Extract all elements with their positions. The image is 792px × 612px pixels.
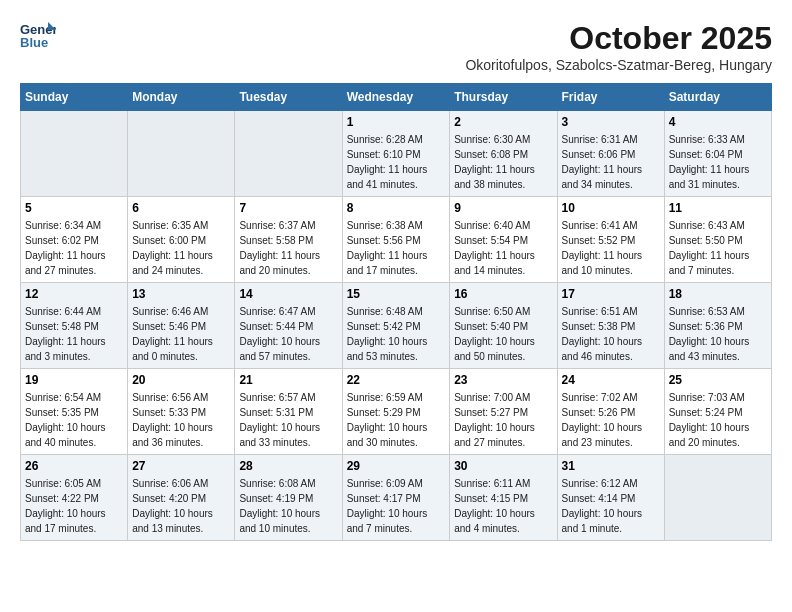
calendar-cell: 13Sunrise: 6:46 AM Sunset: 5:46 PM Dayli… bbox=[128, 283, 235, 369]
week-row: 19Sunrise: 6:54 AM Sunset: 5:35 PM Dayli… bbox=[21, 369, 772, 455]
day-number: 13 bbox=[132, 287, 230, 301]
calendar-cell: 10Sunrise: 6:41 AM Sunset: 5:52 PM Dayli… bbox=[557, 197, 664, 283]
calendar-cell: 5Sunrise: 6:34 AM Sunset: 6:02 PM Daylig… bbox=[21, 197, 128, 283]
calendar-cell: 21Sunrise: 6:57 AM Sunset: 5:31 PM Dayli… bbox=[235, 369, 342, 455]
calendar-cell bbox=[128, 111, 235, 197]
day-number: 26 bbox=[25, 459, 123, 473]
calendar-cell: 22Sunrise: 6:59 AM Sunset: 5:29 PM Dayli… bbox=[342, 369, 450, 455]
day-detail: Sunrise: 6:53 AM Sunset: 5:36 PM Dayligh… bbox=[669, 304, 767, 364]
day-number: 23 bbox=[454, 373, 552, 387]
day-number: 8 bbox=[347, 201, 446, 215]
day-detail: Sunrise: 7:00 AM Sunset: 5:27 PM Dayligh… bbox=[454, 390, 552, 450]
calendar-cell: 31Sunrise: 6:12 AM Sunset: 4:14 PM Dayli… bbox=[557, 455, 664, 541]
day-number: 16 bbox=[454, 287, 552, 301]
day-number: 14 bbox=[239, 287, 337, 301]
calendar-cell bbox=[235, 111, 342, 197]
day-detail: Sunrise: 6:56 AM Sunset: 5:33 PM Dayligh… bbox=[132, 390, 230, 450]
day-detail: Sunrise: 6:31 AM Sunset: 6:06 PM Dayligh… bbox=[562, 132, 660, 192]
day-detail: Sunrise: 6:09 AM Sunset: 4:17 PM Dayligh… bbox=[347, 476, 446, 536]
day-number: 5 bbox=[25, 201, 123, 215]
calendar-cell: 24Sunrise: 7:02 AM Sunset: 5:26 PM Dayli… bbox=[557, 369, 664, 455]
calendar-cell: 4Sunrise: 6:33 AM Sunset: 6:04 PM Daylig… bbox=[664, 111, 771, 197]
day-number: 27 bbox=[132, 459, 230, 473]
calendar-cell: 1Sunrise: 6:28 AM Sunset: 6:10 PM Daylig… bbox=[342, 111, 450, 197]
day-detail: Sunrise: 6:06 AM Sunset: 4:20 PM Dayligh… bbox=[132, 476, 230, 536]
calendar-cell: 26Sunrise: 6:05 AM Sunset: 4:22 PM Dayli… bbox=[21, 455, 128, 541]
calendar-cell: 3Sunrise: 6:31 AM Sunset: 6:06 PM Daylig… bbox=[557, 111, 664, 197]
day-number: 1 bbox=[347, 115, 446, 129]
page-header: General Blue October 2025 Okoritofulpos,… bbox=[20, 20, 772, 73]
day-detail: Sunrise: 6:43 AM Sunset: 5:50 PM Dayligh… bbox=[669, 218, 767, 278]
week-row: 12Sunrise: 6:44 AM Sunset: 5:48 PM Dayli… bbox=[21, 283, 772, 369]
day-detail: Sunrise: 6:54 AM Sunset: 5:35 PM Dayligh… bbox=[25, 390, 123, 450]
weekday-header: Saturday bbox=[664, 84, 771, 111]
calendar-table: SundayMondayTuesdayWednesdayThursdayFrid… bbox=[20, 83, 772, 541]
logo-icon: General Blue bbox=[20, 20, 56, 50]
day-detail: Sunrise: 6:51 AM Sunset: 5:38 PM Dayligh… bbox=[562, 304, 660, 364]
calendar-cell: 27Sunrise: 6:06 AM Sunset: 4:20 PM Dayli… bbox=[128, 455, 235, 541]
day-number: 17 bbox=[562, 287, 660, 301]
calendar-cell: 19Sunrise: 6:54 AM Sunset: 5:35 PM Dayli… bbox=[21, 369, 128, 455]
calendar-cell: 18Sunrise: 6:53 AM Sunset: 5:36 PM Dayli… bbox=[664, 283, 771, 369]
day-detail: Sunrise: 6:38 AM Sunset: 5:56 PM Dayligh… bbox=[347, 218, 446, 278]
day-detail: Sunrise: 6:08 AM Sunset: 4:19 PM Dayligh… bbox=[239, 476, 337, 536]
calendar-cell: 2Sunrise: 6:30 AM Sunset: 6:08 PM Daylig… bbox=[450, 111, 557, 197]
calendar-cell: 17Sunrise: 6:51 AM Sunset: 5:38 PM Dayli… bbox=[557, 283, 664, 369]
day-detail: Sunrise: 6:37 AM Sunset: 5:58 PM Dayligh… bbox=[239, 218, 337, 278]
calendar-cell: 8Sunrise: 6:38 AM Sunset: 5:56 PM Daylig… bbox=[342, 197, 450, 283]
day-detail: Sunrise: 6:28 AM Sunset: 6:10 PM Dayligh… bbox=[347, 132, 446, 192]
day-number: 6 bbox=[132, 201, 230, 215]
day-detail: Sunrise: 6:33 AM Sunset: 6:04 PM Dayligh… bbox=[669, 132, 767, 192]
day-number: 3 bbox=[562, 115, 660, 129]
logo: General Blue bbox=[20, 20, 56, 50]
day-detail: Sunrise: 6:34 AM Sunset: 6:02 PM Dayligh… bbox=[25, 218, 123, 278]
calendar-cell: 30Sunrise: 6:11 AM Sunset: 4:15 PM Dayli… bbox=[450, 455, 557, 541]
location-subtitle: Okoritofulpos, Szabolcs-Szatmar-Bereg, H… bbox=[465, 57, 772, 73]
day-detail: Sunrise: 6:50 AM Sunset: 5:40 PM Dayligh… bbox=[454, 304, 552, 364]
calendar-cell: 23Sunrise: 7:00 AM Sunset: 5:27 PM Dayli… bbox=[450, 369, 557, 455]
day-detail: Sunrise: 6:44 AM Sunset: 5:48 PM Dayligh… bbox=[25, 304, 123, 364]
day-number: 15 bbox=[347, 287, 446, 301]
calendar-cell: 16Sunrise: 6:50 AM Sunset: 5:40 PM Dayli… bbox=[450, 283, 557, 369]
day-number: 10 bbox=[562, 201, 660, 215]
day-detail: Sunrise: 6:12 AM Sunset: 4:14 PM Dayligh… bbox=[562, 476, 660, 536]
day-detail: Sunrise: 6:48 AM Sunset: 5:42 PM Dayligh… bbox=[347, 304, 446, 364]
calendar-cell: 7Sunrise: 6:37 AM Sunset: 5:58 PM Daylig… bbox=[235, 197, 342, 283]
day-number: 28 bbox=[239, 459, 337, 473]
calendar-cell: 6Sunrise: 6:35 AM Sunset: 6:00 PM Daylig… bbox=[128, 197, 235, 283]
calendar-cell: 11Sunrise: 6:43 AM Sunset: 5:50 PM Dayli… bbox=[664, 197, 771, 283]
calendar-cell bbox=[21, 111, 128, 197]
day-detail: Sunrise: 7:02 AM Sunset: 5:26 PM Dayligh… bbox=[562, 390, 660, 450]
day-number: 12 bbox=[25, 287, 123, 301]
calendar-cell: 9Sunrise: 6:40 AM Sunset: 5:54 PM Daylig… bbox=[450, 197, 557, 283]
calendar-cell: 12Sunrise: 6:44 AM Sunset: 5:48 PM Dayli… bbox=[21, 283, 128, 369]
calendar-cell: 25Sunrise: 7:03 AM Sunset: 5:24 PM Dayli… bbox=[664, 369, 771, 455]
title-block: October 2025 Okoritofulpos, Szabolcs-Sza… bbox=[465, 20, 772, 73]
day-number: 20 bbox=[132, 373, 230, 387]
day-detail: Sunrise: 6:30 AM Sunset: 6:08 PM Dayligh… bbox=[454, 132, 552, 192]
day-number: 11 bbox=[669, 201, 767, 215]
day-number: 31 bbox=[562, 459, 660, 473]
day-detail: Sunrise: 6:59 AM Sunset: 5:29 PM Dayligh… bbox=[347, 390, 446, 450]
week-row: 1Sunrise: 6:28 AM Sunset: 6:10 PM Daylig… bbox=[21, 111, 772, 197]
calendar-cell: 15Sunrise: 6:48 AM Sunset: 5:42 PM Dayli… bbox=[342, 283, 450, 369]
weekday-header: Thursday bbox=[450, 84, 557, 111]
day-detail: Sunrise: 6:46 AM Sunset: 5:46 PM Dayligh… bbox=[132, 304, 230, 364]
day-detail: Sunrise: 6:11 AM Sunset: 4:15 PM Dayligh… bbox=[454, 476, 552, 536]
day-number: 4 bbox=[669, 115, 767, 129]
weekday-header: Friday bbox=[557, 84, 664, 111]
day-detail: Sunrise: 6:05 AM Sunset: 4:22 PM Dayligh… bbox=[25, 476, 123, 536]
weekday-header: Wednesday bbox=[342, 84, 450, 111]
day-number: 24 bbox=[562, 373, 660, 387]
calendar-cell: 29Sunrise: 6:09 AM Sunset: 4:17 PM Dayli… bbox=[342, 455, 450, 541]
calendar-cell: 14Sunrise: 6:47 AM Sunset: 5:44 PM Dayli… bbox=[235, 283, 342, 369]
calendar-cell: 20Sunrise: 6:56 AM Sunset: 5:33 PM Dayli… bbox=[128, 369, 235, 455]
day-detail: Sunrise: 6:57 AM Sunset: 5:31 PM Dayligh… bbox=[239, 390, 337, 450]
day-detail: Sunrise: 6:35 AM Sunset: 6:00 PM Dayligh… bbox=[132, 218, 230, 278]
week-row: 5Sunrise: 6:34 AM Sunset: 6:02 PM Daylig… bbox=[21, 197, 772, 283]
day-number: 9 bbox=[454, 201, 552, 215]
day-number: 22 bbox=[347, 373, 446, 387]
day-detail: Sunrise: 7:03 AM Sunset: 5:24 PM Dayligh… bbox=[669, 390, 767, 450]
day-number: 21 bbox=[239, 373, 337, 387]
weekday-header: Sunday bbox=[21, 84, 128, 111]
